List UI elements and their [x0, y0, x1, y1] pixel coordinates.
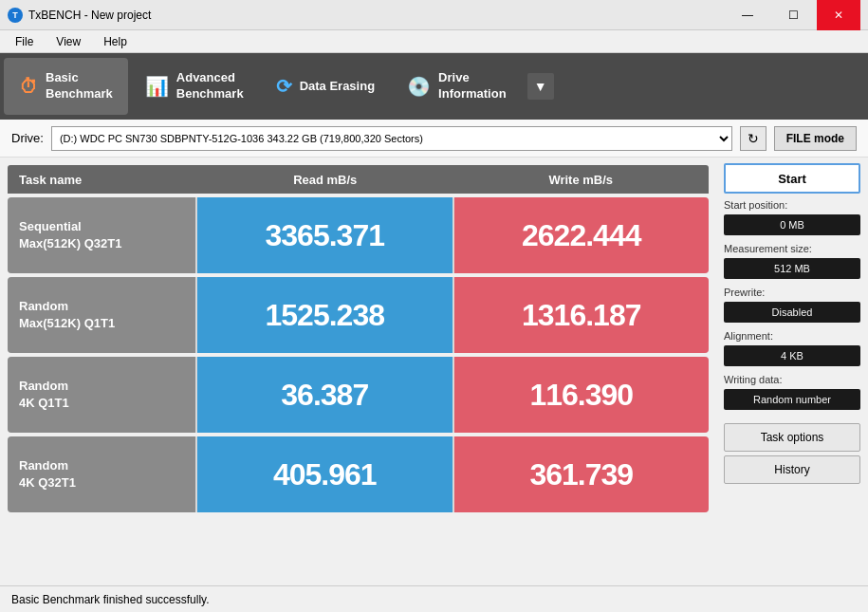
table-row: Random4K Q1T1 36.387 116.390: [8, 357, 709, 433]
basic-benchmark-label: BasicBenchmark: [46, 70, 113, 102]
tab-advanced-benchmark[interactable]: 📊 AdvancedBenchmark: [130, 58, 259, 115]
header-write: Write mB/s: [453, 173, 710, 187]
advanced-benchmark-label: AdvancedBenchmark: [176, 70, 244, 102]
erasing-icon: ⟳: [276, 75, 292, 98]
prewrite-value: Disabled: [724, 302, 860, 323]
tab-data-erasing[interactable]: ⟳ Data Erasing: [261, 58, 390, 115]
window-title: TxBENCH - New project: [28, 9, 151, 22]
menu-bar: File View Help: [0, 30, 868, 53]
measurement-size-label: Measurement size:: [724, 243, 860, 254]
data-erasing-label: Data Erasing: [300, 79, 375, 95]
table-row: RandomMax(512K) Q1T1 1525.238 1316.187: [8, 277, 709, 353]
header-task: Task name: [8, 173, 197, 187]
prewrite-label: Prewrite:: [724, 287, 860, 298]
drive-refresh-button[interactable]: ↻: [740, 126, 766, 151]
benchmark-header: Task name Read mB/s Write mB/s: [8, 165, 709, 194]
benchmark-area: Task name Read mB/s Write mB/s Sequentia…: [0, 158, 716, 585]
task-label-1: RandomMax(512K) Q1T1: [8, 277, 195, 353]
tab-drive-information[interactable]: 💿 DriveInformation: [392, 58, 522, 115]
write-value-2: 116.390: [454, 357, 710, 433]
read-value-1: 1525.238: [197, 277, 452, 353]
status-bar: Basic Benchmark finished successfully.: [0, 585, 868, 612]
minimize-button[interactable]: —: [726, 0, 769, 30]
start-button[interactable]: Start: [724, 163, 860, 194]
drive-icon: 💿: [407, 75, 431, 98]
writing-data-value: Random number: [724, 389, 860, 410]
header-read: Read mB/s: [197, 173, 453, 187]
toolbar-dropdown-button[interactable]: ▼: [527, 73, 554, 100]
write-value-1: 1316.187: [454, 277, 710, 353]
app-icon: T: [8, 8, 23, 23]
toolbar: ⏱ BasicBenchmark 📊 AdvancedBenchmark ⟳ D…: [0, 53, 868, 120]
table-row: Random4K Q32T1 405.961 361.739: [8, 436, 709, 512]
history-button[interactable]: History: [724, 455, 860, 484]
file-mode-button[interactable]: FILE mode: [774, 126, 857, 151]
maximize-button[interactable]: ☐: [771, 0, 815, 30]
alignment-value: 4 KB: [724, 345, 860, 366]
status-text: Basic Benchmark finished successfully.: [11, 593, 210, 606]
task-label-0: SequentialMax(512K) Q32T1: [8, 197, 195, 273]
clock-icon: ⏱: [19, 76, 38, 98]
drive-label: Drive:: [11, 131, 44, 145]
table-row: SequentialMax(512K) Q32T1 3365.371 2622.…: [8, 197, 709, 273]
write-value-0: 2622.444: [454, 197, 710, 273]
task-options-button[interactable]: Task options: [724, 423, 860, 452]
chart-icon: 📊: [145, 75, 169, 98]
drive-row: Drive: (D:) WDC PC SN730 SDBPNTY-512G-10…: [0, 120, 868, 158]
sidebar: Start Start position: 0 MB Measurement s…: [716, 158, 868, 585]
task-label-3: Random4K Q32T1: [8, 436, 195, 512]
alignment-label: Alignment:: [724, 330, 860, 342]
main-content: Task name Read mB/s Write mB/s Sequentia…: [0, 158, 868, 585]
task-label-2: Random4K Q1T1: [8, 357, 195, 433]
write-value-3: 361.739: [454, 436, 710, 512]
menu-help[interactable]: Help: [96, 33, 135, 50]
read-value-0: 3365.371: [197, 197, 452, 273]
title-bar: T TxBENCH - New project — ☐ ✕: [0, 0, 868, 30]
close-button[interactable]: ✕: [817, 0, 860, 30]
start-position-label: Start position:: [724, 199, 860, 211]
drive-information-label: DriveInformation: [438, 70, 507, 102]
drive-select[interactable]: (D:) WDC PC SN730 SDBPNTY-512G-1036 343.…: [51, 126, 732, 151]
read-value-3: 405.961: [197, 436, 452, 512]
benchmark-rows: SequentialMax(512K) Q32T1 3365.371 2622.…: [8, 197, 709, 512]
read-value-2: 36.387: [197, 357, 452, 433]
menu-view[interactable]: View: [48, 33, 88, 50]
window-controls: — ☐ ✕: [726, 0, 860, 30]
measurement-size-value: 512 MB: [724, 258, 860, 279]
menu-file[interactable]: File: [8, 33, 41, 50]
writing-data-label: Writing data:: [724, 374, 860, 385]
tab-basic-benchmark[interactable]: ⏱ BasicBenchmark: [4, 58, 128, 115]
start-position-value: 0 MB: [724, 214, 860, 235]
